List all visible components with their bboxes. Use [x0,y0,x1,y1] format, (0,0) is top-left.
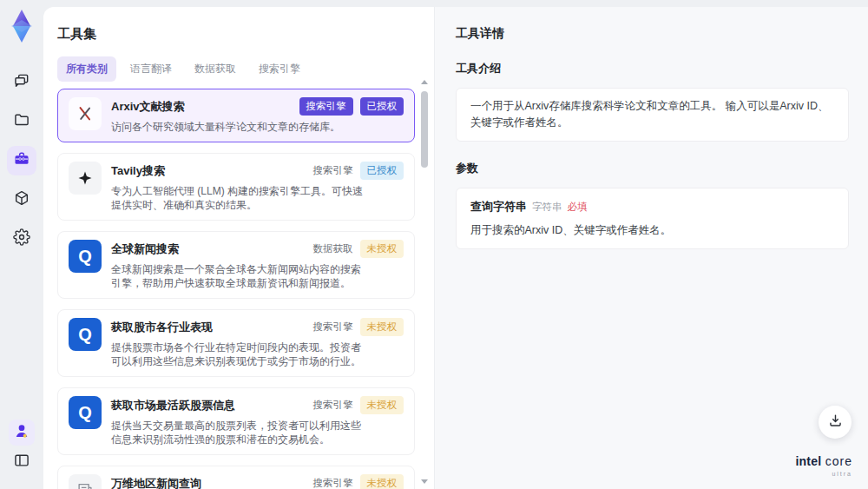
tool-description: 专为人工智能代理 (LLM) 构建的搜索引擎工具。可快速提供实时、准确和真实的结… [111,184,365,212]
scroll-down-arrow-icon[interactable] [421,479,428,484]
sidebar-item-tools[interactable] [7,146,36,175]
category-badge: 搜索引擎 [313,162,353,180]
download-button[interactable] [819,406,852,439]
q-news-logo-icon: Q [69,318,102,351]
q-news-logo-icon: Q [69,396,102,429]
category-badge: 搜索引擎 [313,474,353,489]
sidebar-item-plugins[interactable] [7,185,36,215]
list-scrollbar[interactable] [420,80,429,484]
user-avatar[interactable] [9,420,35,446]
auth-status-badge: 未授权 [360,318,404,336]
category-badge: 搜索引擎 [313,318,353,336]
scroll-up-arrow-icon[interactable] [421,80,428,84]
tool-card-global-news[interactable]: Q 全球新闻搜索 数据获取 未授权 全球新闻搜索是一个聚合全球各大新闻网站内容的… [57,231,415,299]
icon-rail [0,0,43,489]
avatar-icon [13,422,30,443]
tool-name: 全球新闻搜索 [111,241,179,257]
params-heading: 参数 [456,161,849,176]
gear-icon [13,228,30,249]
tool-description: 全球新闻搜索是一个聚合全球各大新闻网站内容的搜索引擎，帮助用户快速获取全球最新资… [111,262,365,290]
intro-box: 一个用于从Arxiv存储库搜索科学论文和文章的工具。 输入可以是Arxiv ID… [456,88,849,142]
rail-bottom [7,420,36,477]
detail-title: 工具详情 [456,26,849,42]
app-logo-icon [7,9,36,43]
page-title: 工具集 [57,26,434,43]
tool-card-list: Arxiv文献搜索 搜索引擎 已授权 访问各个研究领域大量科学论文和文章的存储库… [57,89,415,489]
tool-name: Tavily搜索 [111,163,165,179]
tool-description: 提供股票市场各个行业在特定时间段内的表现。投资者可以利用这些信息来识别表现优于或… [111,340,365,368]
tool-card-arxiv[interactable]: Arxiv文献搜索 搜索引擎 已授权 访问各个研究领域大量科学论文和文章的存储库… [57,89,415,142]
cube-icon [13,189,30,210]
brand-secondary: core [825,454,852,468]
panel-toggle-icon [13,452,30,472]
tool-name: 万维地区新闻查询 [111,476,201,489]
tab-search-engine[interactable]: 搜索引擎 [250,56,309,82]
category-badge: 数据获取 [313,240,353,258]
sidebar-item-files[interactable] [7,107,36,136]
tab-data-fetch[interactable]: 数据获取 [186,56,245,82]
q-news-logo-icon: Q [69,240,102,273]
tool-name: 获取市场最活跃股票信息 [111,398,235,413]
app-root: 工具集 所有类别 语言翻译 数据获取 搜索引擎 [0,0,868,489]
tool-card-tavily[interactable]: Tavily搜索 搜索引擎 已授权 专为人工智能代理 (LLM) 构建的搜索引擎… [57,153,415,221]
toolbox-icon [13,150,30,171]
tool-card-active-stocks[interactable]: Q 获取市场最活跃股票信息 搜索引擎 未授权 提供当天交易量最高的股票列表，投资… [57,387,415,455]
category-tabs: 所有类别 语言翻译 数据获取 搜索引擎 [57,56,434,82]
brand-sub: ultra [796,471,852,477]
sidebar-item-settings[interactable] [7,224,36,254]
tool-name: 获取股市各行业表现 [111,320,213,335]
tool-detail-panel: 工具详情 工具介绍 一个用于从Arxiv存储库搜索科学论文和文章的工具。 输入可… [434,7,868,489]
tab-language-translation[interactable]: 语言翻译 [122,56,181,82]
tool-description: 访问各个研究领域大量科学论文和文章的存储库。 [111,120,365,134]
download-icon [827,413,844,433]
tool-list-panel: 工具集 所有类别 语言翻译 数据获取 搜索引擎 [43,7,434,489]
auth-status-badge: 未授权 [360,396,404,414]
folder-icon [13,111,30,132]
param-required-badge: 必填 [568,200,588,215]
tool-description: 提供当天交易量最高的股票列表，投资者可以利用这些信息来识别流动性强的股票和潜在的… [111,419,365,446]
intro-text: 一个用于从Arxiv存储库搜索科学论文和文章的工具。 输入可以是Arxiv ID… [470,100,829,129]
param-box: 查询字符串 字符串 必填 用于搜索的Arxiv ID、关键字或作者姓名。 [456,188,849,249]
tool-card-sector-performance[interactable]: Q 获取股市各行业表现 搜索引擎 未授权 提供股票市场各个行业在特定时间段内的表… [57,309,415,377]
tool-name: Arxiv文献搜索 [111,99,185,115]
main-card: 工具集 所有类别 语言翻译 数据获取 搜索引擎 [43,7,868,489]
brand-primary: intel [796,454,822,468]
auth-status-badge: 未授权 [360,474,404,489]
param-name: 查询字符串 [470,198,527,215]
auth-status-badge: 已授权 [360,162,404,180]
param-type: 字符串 [532,200,562,215]
sidebar-item-chat[interactable] [7,68,36,97]
panel-toggle-button[interactable] [7,447,36,477]
intro-heading: 工具介绍 [456,61,849,76]
tavily-star-icon [69,162,102,195]
auth-status-badge: 已授权 [360,97,404,116]
newspaper-icon [69,474,102,489]
arxiv-logo-icon [69,97,102,130]
tab-all-categories[interactable]: 所有类别 [57,56,116,82]
param-description: 用于搜索的Arxiv ID、关键字或作者姓名。 [470,222,834,239]
chat-icon [13,72,30,93]
tool-card-regional-news[interactable]: 万维地区新闻查询 搜索引擎 未授权 查询具体行政区划内的新闻，快速了解各地新闻动 [57,466,415,489]
rail-nav [7,68,36,254]
category-badge: 搜索引擎 [313,396,353,414]
auth-status-badge: 未授权 [360,240,404,258]
category-badge: 搜索引擎 [299,97,353,116]
scrollbar-thumb[interactable] [421,91,428,168]
intel-core-logo: intel core ultra [796,454,852,477]
